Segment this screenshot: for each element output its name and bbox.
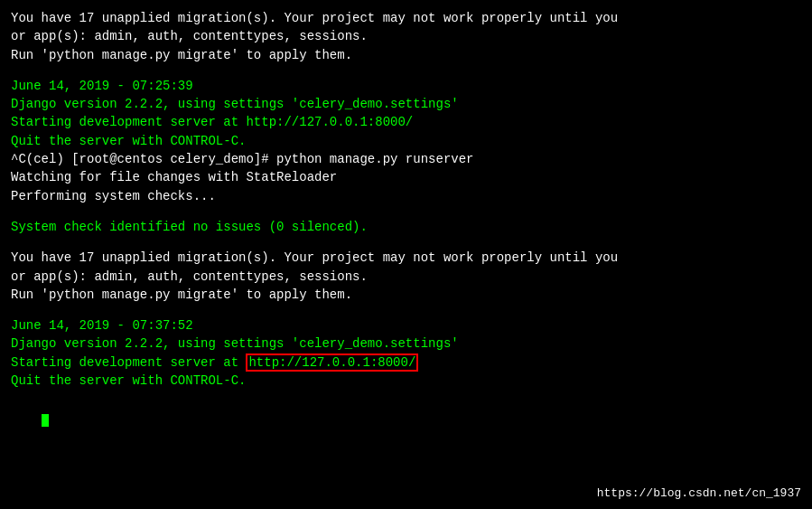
terminal-line: June 14, 2019 - 07:25:39	[11, 77, 801, 95]
terminal-cursor	[42, 414, 49, 427]
terminal-line: You have 17 unapplied migration(s). Your…	[11, 249, 801, 267]
terminal-line: Django version 2.2.2, using settings 'ce…	[11, 335, 801, 353]
terminal-line: ^C(cel) [root@centos celery_demo]# pytho…	[11, 150, 801, 168]
terminal-line: Starting development server at http://12…	[11, 113, 801, 131]
terminal-line: Performing system checks...	[11, 187, 801, 205]
terminal-line: You have 17 unapplied migration(s). Your…	[11, 9, 801, 27]
watermark: https://blog.csdn.net/cn_1937	[597, 486, 801, 500]
terminal-window: You have 17 unapplied migration(s). Your…	[0, 0, 812, 509]
terminal-line: System check identified no issues (0 sil…	[11, 218, 801, 236]
terminal-line: or app(s): admin, auth, contenttypes, se…	[11, 27, 801, 45]
terminal-line: Quit the server with CONTROL-C.	[11, 372, 801, 390]
terminal-line: Run 'python manage.py migrate' to apply …	[11, 286, 801, 304]
terminal-line: or app(s): admin, auth, contenttypes, se…	[11, 268, 801, 286]
terminal-line: Watching for file changes with StatReloa…	[11, 168, 801, 186]
terminal-line: Quit the server with CONTROL-C.	[11, 132, 801, 150]
url-highlight: http://127.0.0.1:8000/	[246, 353, 418, 372]
terminal-line-with-highlight: Starting development server at http://12…	[11, 353, 801, 372]
terminal-cursor-line	[11, 390, 801, 445]
terminal-line: Run 'python manage.py migrate' to apply …	[11, 46, 801, 64]
terminal-line: Django version 2.2.2, using settings 'ce…	[11, 95, 801, 113]
terminal-line: June 14, 2019 - 07:37:52	[11, 316, 801, 335]
